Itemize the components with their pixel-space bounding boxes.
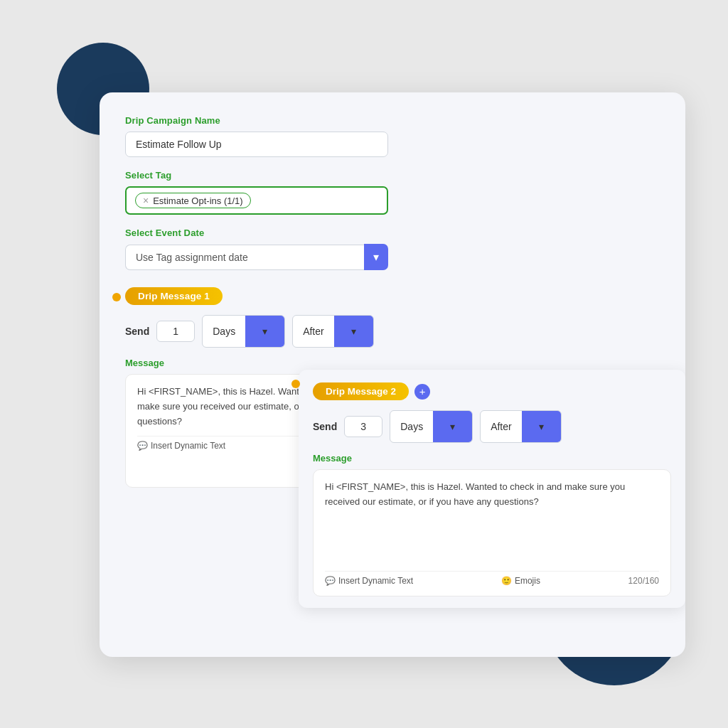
send-row-1: Send Days ▾ After ▾ [125, 315, 660, 348]
main-card: Drip Campaign Name Select Tag × Estimate… [100, 92, 685, 657]
chevron-down-icon-days-2: ▾ [440, 417, 465, 437]
days-dropdown-btn-1[interactable]: ▾ [245, 316, 284, 347]
after-dropdown-btn-2[interactable]: ▾ [522, 411, 561, 442]
send-label-1: Send [125, 326, 149, 337]
after-label-1: After [293, 321, 334, 341]
drip-badge-1: Drip Message 1 [125, 287, 223, 305]
event-date-value: Use Tag assignment date [125, 245, 364, 270]
insert-dynamic-btn-1[interactable]: 💬 Insert Dynamic Text [137, 441, 225, 451]
days-dropdown-btn-2[interactable]: ▾ [433, 411, 472, 442]
event-date-row: Use Tag assignment date ▾ [125, 244, 388, 270]
days-label-2: Days [390, 417, 433, 437]
drip-badge-2: Drip Message 2 [313, 382, 409, 400]
days-label-1: Days [203, 321, 245, 341]
send-label-2: Send [313, 421, 337, 432]
message-label-2: Message [313, 453, 671, 464]
after-dropdown-1[interactable]: After ▾ [292, 315, 374, 348]
speech-icon-1: 💬 [137, 441, 148, 451]
emojis-btn-2[interactable]: 🙂 Emojis [501, 576, 540, 586]
tag-chip-label: Estimate Opt-ins (1/1) [153, 196, 242, 206]
tag-remove-icon[interactable]: × [143, 195, 149, 206]
tag-select-container[interactable]: × Estimate Opt-ins (1/1) [125, 186, 388, 215]
send-number-2[interactable] [344, 416, 382, 437]
after-label-2: After [481, 417, 522, 437]
chevron-down-icon-days-1: ▾ [252, 321, 277, 341]
message-card-2: Hi <FIRST_NAME>, this is Hazel. Wanted t… [313, 469, 671, 596]
char-count-2: 120/160 [628, 576, 659, 586]
message-footer-2: 💬 Insert Dynamic Text 🙂 Emojis 120/160 [325, 571, 659, 586]
send-number-1[interactable] [156, 321, 195, 342]
days-dropdown-1[interactable]: Days ▾ [202, 315, 285, 348]
drip-dot-2 [291, 380, 300, 388]
add-drip-btn[interactable]: + [414, 384, 430, 400]
insert-dynamic-label-2: Insert Dynamic Text [338, 576, 413, 586]
event-date-label: Select Event Date [125, 228, 660, 238]
message-text-2: Hi <FIRST_NAME>, this is Hazel. Wanted t… [325, 480, 659, 510]
drip-message-2-section: Drip Message 2 + Send Days ▾ After ▾ Mes… [299, 370, 685, 608]
drip-badge-row-2: Drip Message 2 + [313, 382, 671, 400]
send-row-2: Send Days ▾ After ▾ [313, 410, 671, 443]
tag-chip: × Estimate Opt-ins (1/1) [135, 193, 251, 208]
chevron-down-icon: ▾ [373, 250, 379, 264]
campaign-name-label: Drip Campaign Name [125, 115, 660, 126]
campaign-name-input[interactable] [125, 132, 388, 157]
event-date-dropdown-btn[interactable]: ▾ [364, 244, 388, 270]
insert-dynamic-label-1: Insert Dynamic Text [151, 441, 225, 451]
after-dropdown-2[interactable]: After ▾ [480, 410, 562, 443]
speech-icon-2: 💬 [325, 576, 336, 586]
tag-label: Select Tag [125, 170, 660, 181]
chevron-down-icon-after-2: ▾ [529, 417, 554, 437]
emojis-label-2: Emojis [515, 576, 540, 586]
drip-dot-1 [112, 293, 121, 301]
after-dropdown-btn-1[interactable]: ▾ [334, 316, 373, 347]
chevron-down-icon-after-1: ▾ [341, 321, 366, 341]
message-label-1: Message [125, 358, 660, 368]
emoji-icon-2: 🙂 [501, 576, 512, 586]
days-dropdown-2[interactable]: Days ▾ [390, 410, 473, 443]
insert-dynamic-btn-2[interactable]: 💬 Insert Dynamic Text [325, 576, 413, 586]
